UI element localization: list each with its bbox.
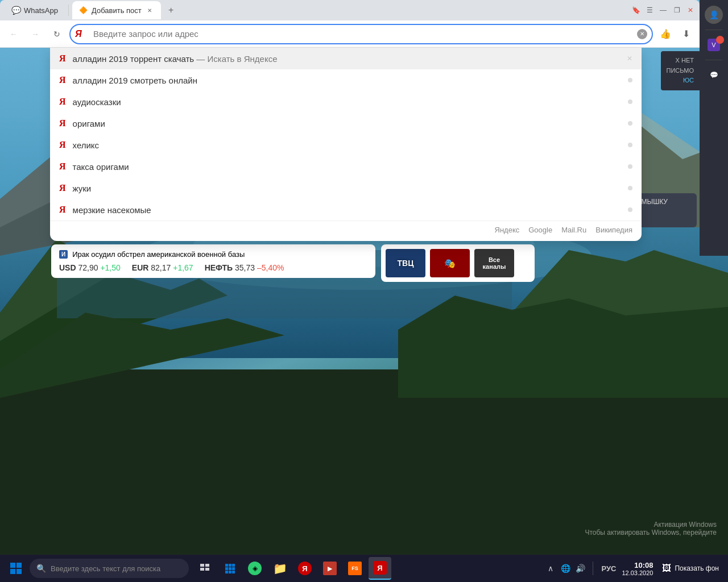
hamburger-menu-button[interactable]: ☰ [645, 6, 654, 15]
user-avatar: 👤 [705, 6, 723, 24]
yandex-suggestion-icon-2: Я [59, 75, 66, 85]
suggestion-item-4[interactable]: Я оригами [50, 113, 642, 134]
tray-network[interactable]: 🌐 [560, 563, 571, 574]
sidebar-sep-2 [705, 60, 722, 60]
close-button[interactable]: ✕ [686, 6, 695, 15]
suggestion-dot-6 [628, 164, 632, 169]
tab-add-post-label: Добавить пост [92, 6, 142, 15]
taskbar-grid-icon[interactable] [218, 557, 241, 580]
taskbar-app-red[interactable]: ▶ [318, 557, 341, 580]
yandex-icon: Я [373, 561, 387, 575]
yandex-suggestion-icon-7: Я [59, 183, 66, 193]
taskbar-nox-app[interactable]: ◈ [243, 557, 266, 580]
bookmark-icon[interactable]: 🔖 [631, 6, 640, 15]
yandex-suggestion-icon-1: Я [59, 53, 66, 64]
yandex-suggestion-icon-6: Я [59, 161, 66, 172]
yandex-address-icon: Я [75, 29, 82, 39]
sidebar-user-icon[interactable]: 👤 [702, 5, 725, 25]
suggestion-item-7[interactable]: Я жуки [50, 177, 642, 199]
suggestion-dot-4 [628, 121, 632, 126]
window-controls: 🔖 ☰ — ❐ ✕ [631, 6, 695, 15]
activation-line-2: Чтобы активировать Windows, перейдите [585, 529, 717, 537]
address-bar-container: Я ✕ [69, 24, 653, 44]
suggestions-dropdown: Я алладин 2019 торрент скачать — Искать … [50, 48, 642, 241]
sidebar-sep-1 [705, 30, 722, 30]
refresh-button[interactable]: ↻ [48, 25, 66, 43]
activation-watermark: Активация Windows Чтобы активировать Win… [585, 521, 717, 537]
suggestion-dot-5 [628, 143, 632, 147]
tray-sound[interactable]: 🔊 [574, 563, 586, 574]
search-mailru-link[interactable]: Mail.Ru [561, 226, 586, 234]
taskbar-yandex-app[interactable]: Я [369, 557, 391, 580]
clear-address-button[interactable]: ✕ [637, 29, 647, 39]
address-bar-input[interactable] [69, 24, 653, 44]
yandex-suggestion-icon-8: Я [59, 205, 66, 215]
minimize-button[interactable]: — [659, 6, 668, 15]
suggestion-text-8: мерзкие насекомые [73, 205, 621, 215]
taskbar-clock[interactable]: 10:08 12.03.2020 [622, 561, 653, 576]
show-desktop-button[interactable]: 🖼 Показать фон [657, 561, 723, 576]
search-wikipedia-link[interactable]: Википедия [595, 226, 632, 234]
toolbar-right-icons: 👍 ⬇ [656, 25, 695, 43]
suggestion-dot-3 [628, 99, 632, 104]
grid-icon [225, 563, 235, 573]
suggestion-item-1[interactable]: Я алладин 2019 торрент скачать — Искать … [50, 48, 642, 69]
taskbar-right: ∧ 🌐 🔊 РУС 10:08 12.03.2020 🖼 Показать фо… [545, 561, 723, 576]
close-tab-button[interactable]: ✕ [145, 6, 154, 15]
tab-add-post[interactable]: 🔶 Добавить пост ✕ [72, 1, 161, 19]
svg-rect-18 [200, 568, 204, 571]
suggestion-item-8[interactable]: Я мерзкие насекомые [50, 199, 642, 221]
yandex-suggestion-icon-5: Я [59, 140, 66, 150]
suggestion-item-3[interactable]: Я аудиосказки [50, 91, 642, 113]
svg-rect-17 [205, 564, 209, 567]
red-app-icon: ▶ [323, 562, 337, 575]
new-tab-button[interactable]: + [163, 2, 179, 18]
yandex-suggestion-icon-3: Я [59, 97, 66, 107]
nox-icon: ◈ [248, 562, 262, 575]
task-view-icon [200, 563, 210, 573]
suggestion-remove-1[interactable]: ✕ [627, 55, 632, 63]
suggestion-text-3: аудиосказки [73, 97, 621, 107]
show-desktop-label: Показать фон [675, 564, 719, 572]
taskbar-task-view[interactable] [193, 557, 216, 580]
back-button[interactable]: ← [5, 25, 23, 43]
svg-rect-16 [200, 564, 204, 567]
taskbar-yandex-browser[interactable]: Я [293, 557, 316, 580]
taskbar-files[interactable]: 📁 [268, 557, 291, 580]
feedback-button[interactable]: 👍 [656, 25, 675, 43]
tab-whatsapp[interactable]: 💬 WhatsApp [5, 1, 65, 19]
maximize-button[interactable]: ❐ [672, 6, 681, 15]
tab-whatsapp-label: WhatsApp [24, 6, 58, 15]
clock-date: 12.03.2020 [622, 569, 653, 576]
sidebar-notification-item[interactable]: V [702, 35, 725, 55]
search-engines-footer: Яндекс Google Mail.Ru Википедия [50, 221, 642, 241]
suggestion-dot-2 [628, 78, 632, 82]
suggestion-text-6: такса оригами [73, 162, 621, 172]
svg-rect-26 [225, 571, 228, 573]
search-google-link[interactable]: Google [528, 226, 552, 234]
taskbar-search-box[interactable]: 🔍 Введите здесь текст для поиска [30, 559, 189, 578]
taskbar-divider [593, 562, 593, 575]
suggestion-text-7: жуки [73, 184, 621, 193]
svg-rect-27 [229, 571, 231, 573]
browser-toolbar: ← → ↻ Я ✕ 👍 ⬇ [0, 20, 700, 48]
suggestion-item-5[interactable]: Я хеликс [50, 134, 642, 156]
search-yandex-link[interactable]: Яндекс [495, 226, 520, 234]
start-button[interactable] [5, 557, 27, 580]
yandex-suggestion-icon-4: Я [59, 118, 66, 128]
suggestion-text-5: хеликс [73, 140, 621, 150]
taskbar-lang-indicator[interactable]: РУС [600, 564, 617, 573]
suggestion-item-2[interactable]: Я алладин 2019 смотреть онлайн [50, 69, 642, 91]
taskbar-search-icon: 🔍 [36, 564, 46, 573]
download-button[interactable]: ⬇ [677, 25, 695, 43]
browser-title-bar: 💬 WhatsApp 🔶 Добавить пост ✕ + 🔖 ☰ — ❐ ✕ [0, 0, 700, 20]
forward-button[interactable]: → [26, 25, 44, 43]
notification-badge [716, 36, 724, 44]
windows-icon [10, 563, 22, 574]
taskbar-faststone[interactable]: FS [344, 557, 366, 580]
tray-chevron[interactable]: ∧ [545, 563, 556, 574]
sidebar-chat-item[interactable]: 💬 [702, 65, 725, 85]
suggestion-item-6[interactable]: Я такса оригами [50, 156, 642, 177]
files-icon: 📁 [273, 562, 287, 575]
tray-icons: ∧ 🌐 🔊 [545, 563, 586, 574]
